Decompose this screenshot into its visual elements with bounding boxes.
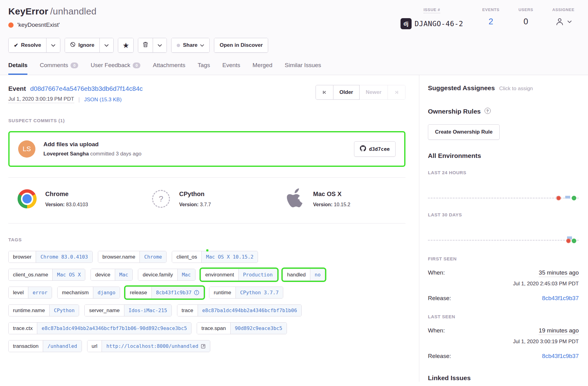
events-count[interactable]: 2 [489, 17, 493, 26]
commit-sha-button[interactable]: d3d7cee [354, 141, 396, 157]
info-icon[interactable] [194, 290, 199, 295]
resolve-button[interactable]: ✔ Resolve [9, 38, 46, 52]
culprit-text: 'keyDoesntExist' [17, 22, 60, 28]
stat-events: EVENTS 2 [482, 7, 500, 29]
unknown-runtime-icon: ? [152, 190, 170, 208]
github-icon [360, 145, 366, 153]
person-icon [555, 17, 564, 26]
last-seen-when-label: When: [428, 327, 445, 334]
tag-level[interactable]: levelerror [8, 287, 52, 299]
last-seen-relative[interactable]: 19 minutes ago [539, 327, 579, 335]
click-to-assign-hint: Click to assign [499, 86, 533, 92]
last-seen-date: Jul 1, 2020 3:00:19 PM PDT [428, 339, 579, 345]
star-icon: ★ [123, 42, 129, 49]
last-30-days-label: LAST 30 DAYS [428, 212, 579, 217]
tag-trace-span[interactable]: trace.span90d892c9eace3bc5 [197, 322, 287, 334]
tags-heading: TAGS [8, 237, 405, 242]
tag-browser-name[interactable]: browser.nameChrome [98, 251, 167, 263]
tab-comments[interactable]: Comments0 [40, 62, 78, 75]
event-id-link[interactable]: d08d7667e4a5476eb3b3db6d7f14c84c [30, 85, 143, 92]
tag-url[interactable]: urlhttp://localhost:8000/unhandled [87, 340, 211, 352]
chevron-down-icon [200, 42, 204, 48]
newer-event-button[interactable]: Newer [360, 85, 388, 100]
open-in-discover-button[interactable]: Open in Discover [214, 38, 268, 52]
older-event-button[interactable]: Older [333, 85, 360, 100]
tag-client-os[interactable]: client_osMac OS X 10.15.2 [172, 251, 258, 263]
help-question-icon[interactable]: ? [485, 108, 491, 114]
suspect-commits-heading: SUSPECT COMMITS (1) [8, 118, 405, 123]
bookmark-star-button[interactable]: ★ [118, 38, 133, 52]
tag-runtime-name[interactable]: runtime.nameCPython [8, 304, 79, 316]
tag-transaction[interactable]: transaction/unhandled [8, 340, 82, 352]
event-json-link[interactable]: JSON (15.3 KB) [84, 97, 122, 103]
ignore-dropdown-button[interactable] [99, 38, 113, 52]
issue-detail-page: KeyError/unhandled 'keyDoesntExist' ISSU… [0, 0, 588, 382]
chevron-down-icon [51, 42, 55, 48]
create-ownership-rule-button[interactable]: Create Ownership Rule [428, 124, 500, 140]
delete-button[interactable] [138, 38, 153, 52]
resolve-dropdown-button[interactable] [46, 38, 60, 52]
context-browser: Chrome Version: 83.0.4103 [17, 189, 151, 209]
issue-location: /unhandled [50, 6, 96, 16]
issue-stats: ISSUE # dj DJANGO-46-2 EVENTS 2 USERS 0 … [401, 7, 579, 29]
tab-events[interactable]: Events [222, 62, 240, 75]
issue-tabs: Details Comments0 User Feedback0 Attachm… [8, 62, 579, 75]
issue-short-id[interactable]: DJANGO-46-2 [415, 20, 463, 28]
tab-user-feedback[interactable]: User Feedback0 [91, 62, 140, 75]
external-link-icon[interactable] [201, 344, 206, 349]
first-seen-release-link[interactable]: 8cb43f1c9b37 [542, 295, 579, 302]
tag-mechanism[interactable]: mechanismdjango [57, 287, 120, 299]
issue-culprit: 'keyDoesntExist' [8, 22, 96, 28]
first-seen-when-label: When: [428, 269, 445, 276]
tag-trace-ctx[interactable]: trace.ctxe8c87ba1dc494bb2a4346bcfbf7b1b0… [8, 322, 191, 334]
last-24-hours-sparkline[interactable] [428, 175, 579, 202]
tag-browser[interactable]: browserChrome 83.0.4103 [8, 251, 93, 263]
ignore-button[interactable]: Ignore [65, 38, 99, 52]
apple-icon [286, 188, 304, 209]
event-label: Event [8, 85, 26, 92]
context-os: Mac OS X Version: 10.15.2 [285, 189, 405, 209]
trash-icon [143, 42, 148, 49]
tab-attachments[interactable]: Attachments [153, 62, 185, 75]
tag-release[interactable]: release8cb43f1c9b37 [125, 287, 204, 299]
ownership-rules-heading: Ownership Rules [428, 108, 481, 115]
oldest-event-button[interactable] [316, 85, 333, 100]
tab-similar-issues[interactable]: Similar Issues [285, 62, 321, 75]
share-button[interactable]: Share [171, 38, 209, 52]
tag-client-os-name[interactable]: client_os.nameMac OS X [8, 269, 85, 281]
runtime-name: CPython [179, 191, 211, 198]
linked-issues-heading: Linked Issues [428, 374, 579, 382]
event-timestamp[interactable]: Jul 1, 2020 3:00:19 PM PDT [8, 96, 74, 103]
first-seen-relative[interactable]: 35 minutes ago [539, 269, 579, 277]
highlight-dot [206, 249, 208, 251]
commit-subtitle: Lovepreet Sangha committed 3 days ago [43, 151, 346, 157]
issue-type: KeyError [8, 6, 48, 16]
last-seen-heading: LAST SEEN [428, 314, 579, 319]
last-seen-release-label: Release: [428, 353, 451, 360]
tag-trace[interactable]: tracee8c87ba1dc494bb2a4346bcfbf7b1b06 [177, 304, 302, 316]
delete-dropdown-button[interactable] [153, 38, 167, 52]
os-version: 10.15.2 [334, 202, 350, 207]
feedback-count-badge: 0 [133, 62, 140, 68]
users-label: USERS [518, 7, 533, 12]
tag-environment[interactable]: environmentProduction [201, 269, 277, 281]
chevron-down-icon [104, 42, 109, 48]
tag-handled[interactable]: handledno [283, 269, 325, 281]
stat-users: USERS 0 [518, 7, 533, 29]
tag-device-family[interactable]: device.familyMac [138, 269, 195, 281]
issue-actions: ✔ Resolve Ignore ★ [8, 38, 579, 53]
users-count[interactable]: 0 [524, 17, 528, 26]
suspect-commit-row[interactable]: LS Add files via upload Lovepreet Sangha… [8, 131, 405, 167]
tab-details[interactable]: Details [8, 62, 27, 75]
tab-merged[interactable]: Merged [252, 62, 272, 75]
tag-server-name[interactable]: server_nameIdos-iMac-215 [84, 304, 171, 316]
last-seen-release-link[interactable]: 8cb43f1c9b37 [542, 353, 579, 360]
os-name: Mac OS X [313, 191, 350, 198]
assignee-selector[interactable] [555, 17, 572, 26]
stat-assignee: ASSIGNEE [552, 7, 574, 29]
last-30-days-sparkline[interactable] [428, 217, 579, 244]
tag-runtime[interactable]: runtimeCPython 3.7.7 [209, 287, 283, 299]
newest-event-button[interactable] [388, 85, 405, 100]
tag-device[interactable]: deviceMac [91, 269, 133, 281]
tab-tags[interactable]: Tags [198, 62, 210, 75]
